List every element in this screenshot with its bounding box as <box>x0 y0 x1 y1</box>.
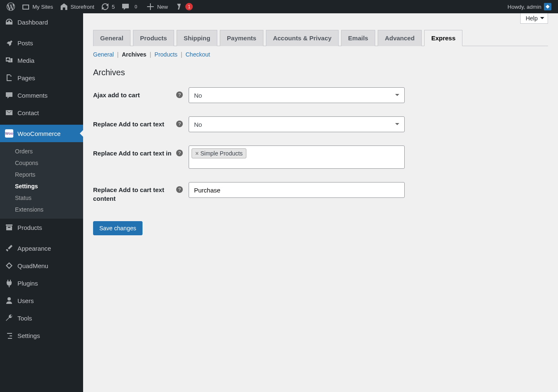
sidebar-item-woocommerce[interactable]: Woo WooCommerce <box>0 125 83 142</box>
help-icon[interactable]: ? <box>176 91 183 98</box>
comment-icon <box>5 91 13 99</box>
row-replace-content: Replace Add to cart text content ? <box>93 182 548 203</box>
sidebar-item-label: Contact <box>17 109 39 116</box>
sidebar-item-label: Users <box>17 297 34 304</box>
sidebar-item-settings[interactable]: Settings <box>0 327 83 344</box>
tab-payments[interactable]: Payments <box>220 30 263 46</box>
sidebar-item-pages[interactable]: Pages <box>0 69 83 86</box>
sidebar-item-products[interactable]: Products <box>0 219 83 236</box>
wp-logo[interactable] <box>3 0 18 13</box>
tab-emails[interactable]: Emails <box>341 30 375 46</box>
wrench-icon <box>5 314 13 322</box>
sidebar-item-label: Dashboard <box>17 19 48 26</box>
sidebar-item-label: QuadMenu <box>17 262 48 269</box>
settings-form: Ajax add to cart ? No Replace Add to car… <box>93 87 548 203</box>
comments[interactable]: 0 <box>118 0 143 13</box>
updates[interactable]: 5 <box>98 0 118 13</box>
home-icon <box>60 2 68 11</box>
subtab-checkout[interactable]: Checkout <box>185 51 210 58</box>
field-label: Replace Add to cart text <box>93 116 176 128</box>
new-content[interactable]: New <box>143 0 171 13</box>
settings-tabs: General Products Shipping Payments Accou… <box>93 30 548 46</box>
help-icon[interactable]: ? <box>176 121 183 127</box>
subtab-products[interactable]: Products <box>155 51 177 58</box>
submenu-settings[interactable]: Settings <box>0 180 83 192</box>
sidebar-item-label: Posts <box>17 39 33 47</box>
sidebar-item-plugins[interactable]: Plugins <box>0 274 83 292</box>
field-label: Replace Add to cart text in <box>93 145 176 158</box>
yoast-count: 1 <box>185 3 193 10</box>
submenu-status[interactable]: Status <box>0 192 83 204</box>
media-icon <box>5 56 13 64</box>
sidebar-item-quadmenu[interactable]: QuadMenu <box>0 257 83 274</box>
submenu-orders[interactable]: Orders <box>0 145 83 157</box>
tab-accounts[interactable]: Accounts & Privacy <box>266 30 339 46</box>
sidebar-item-appearance[interactable]: Appearance <box>0 239 83 257</box>
comments-count: 0 <box>132 3 140 10</box>
tab-express[interactable]: Express <box>424 30 462 46</box>
site-name[interactable]: Storefront <box>57 0 98 13</box>
sidebar-item-label: Comments <box>17 92 48 99</box>
howdy-text: Howdy, admin <box>508 4 541 10</box>
sidebar-item-label: Appearance <box>17 245 51 252</box>
sidebar-item-label: Tools <box>17 315 32 322</box>
row-replace-text: Replace Add to cart text ? No <box>93 116 548 132</box>
new-label: New <box>157 4 168 10</box>
sidebar-item-label: WooCommerce <box>17 130 61 137</box>
row-replace-text-in: Replace Add to cart text in ? × Simple P… <box>93 145 548 169</box>
woocommerce-submenu: Orders Coupons Reports Settings Status E… <box>0 142 83 219</box>
yoast-icon <box>175 2 183 11</box>
account[interactable]: Howdy, admin <box>504 0 555 13</box>
chip-label: Simple Products <box>200 150 243 157</box>
woocommerce-icon: Woo <box>5 129 13 138</box>
sidebar-item-posts[interactable]: Posts <box>0 34 83 52</box>
yoast[interactable]: 1 <box>171 0 196 13</box>
my-sites[interactable]: My Sites <box>18 0 57 13</box>
plus-icon <box>146 2 155 11</box>
subtab-archives[interactable]: Archives <box>122 51 146 58</box>
select-value: No <box>194 92 202 99</box>
refresh-icon <box>101 2 109 11</box>
envelope-icon <box>5 108 13 117</box>
help-icon[interactable]: ? <box>176 150 183 156</box>
user-icon <box>5 296 13 305</box>
ajax-add-to-cart-select[interactable]: No <box>189 87 405 103</box>
replace-text-select[interactable]: No <box>189 116 405 132</box>
avatar-icon <box>544 3 551 10</box>
help-icon[interactable]: ? <box>176 186 183 193</box>
section-heading: Archives <box>93 68 548 77</box>
submenu-coupons[interactable]: Coupons <box>0 157 83 169</box>
subtab-general[interactable]: General <box>93 51 114 58</box>
submenu-extensions[interactable]: Extensions <box>0 204 83 215</box>
updates-count: 5 <box>112 4 115 10</box>
sidebar-item-users[interactable]: Users <box>0 292 83 309</box>
tab-general[interactable]: General <box>93 30 130 46</box>
sidebar-item-tools[interactable]: Tools <box>0 309 83 327</box>
tab-products[interactable]: Products <box>133 30 174 46</box>
wordpress-icon <box>7 2 15 11</box>
select-value: No <box>194 121 202 128</box>
save-button[interactable]: Save changes <box>93 221 143 235</box>
tab-shipping[interactable]: Shipping <box>177 30 217 46</box>
help-tab[interactable]: Help <box>520 13 548 24</box>
field-label: Ajax add to cart <box>93 87 176 99</box>
sidebar-item-media[interactable]: Media <box>0 52 83 69</box>
dashboard-icon <box>5 18 13 26</box>
chip-simple-products[interactable]: × Simple Products <box>192 148 246 158</box>
submenu-reports[interactable]: Reports <box>0 169 83 180</box>
admin-bar: My Sites Storefront 5 0 New <box>0 0 558 13</box>
sidebar-item-comments[interactable]: Comments <box>0 86 83 104</box>
replace-content-input[interactable] <box>189 182 405 198</box>
sidebar-item-label: Settings <box>17 332 40 339</box>
sidebar-item-dashboard[interactable]: Dashboard <box>0 13 83 31</box>
sidebar-item-label: Pages <box>17 74 35 81</box>
sliders-icon <box>5 331 13 340</box>
replace-text-in-multiselect[interactable]: × Simple Products <box>189 145 405 169</box>
sidebar-item-label: Plugins <box>17 280 38 287</box>
site-name-label: Storefront <box>71 4 94 10</box>
plug-icon <box>5 279 13 287</box>
remove-chip-icon[interactable]: × <box>195 150 199 157</box>
tab-advanced[interactable]: Advanced <box>378 30 422 46</box>
sidebar-item-contact[interactable]: Contact <box>0 104 83 121</box>
content-area: Help General Products Shipping Payments … <box>83 13 558 392</box>
